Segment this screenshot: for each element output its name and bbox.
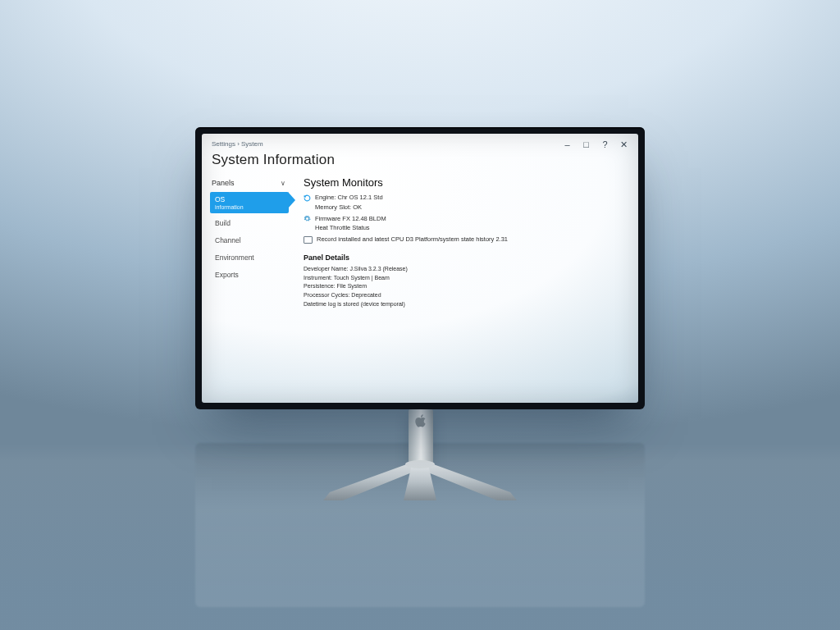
info-row: Engine: Chr OS 12.1 Std [304, 194, 625, 202]
sidebar-item-channel[interactable]: Channel [210, 233, 289, 248]
sidebar-header-label: Panels [212, 179, 235, 187]
minimize-button[interactable]: – [563, 140, 572, 149]
system-info-window: Settings › System System Information – □… [202, 134, 638, 403]
info-row: Firmware FX 12.48 BLDM [304, 215, 625, 223]
info-row-text: Memory Slot: OK [315, 203, 362, 212]
sidebar-item-label: Build [215, 219, 231, 227]
sidebar-item-exports[interactable]: Exports [210, 267, 289, 282]
detail-line: Datetime log is stored (device temporal) [304, 300, 625, 309]
window-controls: – □ ? ✕ [563, 140, 628, 149]
screen: Settings › System System Information – □… [202, 134, 638, 403]
sidebar-item-label: Channel [215, 236, 241, 244]
info-row-text: Firmware FX 12.48 BLDM [315, 215, 386, 223]
monitor-reflection [195, 443, 645, 607]
sidebar-item-os[interactable]: OS information [210, 192, 289, 213]
apple-logo-icon [415, 414, 427, 427]
checkbox-icon[interactable] [304, 236, 313, 244]
help-button[interactable]: ? [600, 140, 609, 149]
info-row-text: Heat Throttle Status [315, 224, 370, 232]
info-row: Memory Slot: OK [304, 203, 625, 212]
main-content: System Monitors Engine: Chr OS 12.1 Std … [304, 176, 625, 309]
section-title: Panel Details [304, 253, 625, 262]
info-row: Heat Throttle Status [304, 224, 625, 232]
detail-line: Developer Name: J.Silva 3.2.3 (Release) [304, 265, 625, 274]
chevron-down-icon: ∨ [281, 180, 285, 187]
spacer-icon [304, 225, 311, 232]
scene: Settings › System System Information – □… [0, 0, 840, 630]
monitor-frame: Settings › System System Information – □… [195, 127, 645, 409]
content-title: System Monitors [304, 176, 625, 189]
close-button[interactable]: ✕ [619, 140, 628, 149]
breadcrumb[interactable]: Settings › System [212, 140, 263, 148]
spacer-icon [304, 203, 311, 211]
sidebar-item-environment[interactable]: Environment [210, 250, 289, 265]
sidebar-header[interactable]: Panels ∨ [210, 176, 289, 192]
refresh-icon [304, 194, 311, 202]
info-row-text: Record installed and latest CPU D3 Platf… [317, 235, 508, 244]
sidebar-item-build[interactable]: Build [210, 216, 289, 231]
maximize-button[interactable]: □ [582, 140, 591, 149]
detail-line: Processor Cycles: Deprecated [304, 291, 625, 300]
detail-line: Persistence: File System [304, 282, 625, 291]
sidebar-item-label: OS [215, 195, 225, 203]
page-title: System Information [212, 152, 335, 168]
sidebar: Panels ∨ OS information Build Channel En [210, 176, 289, 285]
info-row-text: Engine: Chr OS 12.1 Std [315, 194, 383, 202]
info-row: Record installed and latest CPU D3 Platf… [304, 235, 625, 244]
gear-icon [304, 215, 311, 222]
sidebar-item-label: Exports [215, 271, 239, 279]
detail-line: Instrument: Touch System | Beam [304, 274, 625, 283]
sidebar-item-label: Environment [215, 253, 254, 262]
sidebar-item-sublabel: information [215, 204, 284, 210]
